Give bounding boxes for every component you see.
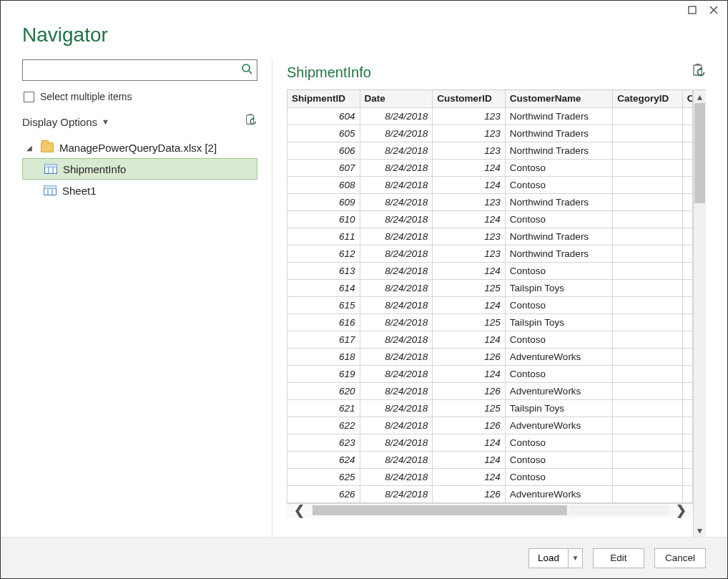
cell-shipmentid: 623 (287, 434, 360, 451)
table-row[interactable]: 6258/24/2018124Contoso (287, 468, 693, 485)
cell-date: 8/24/2018 (360, 193, 433, 210)
cancel-button[interactable]: Cancel (654, 548, 706, 568)
cell-categoryid (613, 399, 683, 417)
cell-customerid: 126 (433, 348, 506, 365)
search-input-wrap[interactable] (22, 59, 257, 81)
table-row[interactable]: 6208/24/2018126AdventureWorks (287, 382, 693, 399)
table-row[interactable]: 6148/24/2018125Tailspin Toys (287, 279, 693, 296)
table-row[interactable]: 6168/24/2018125Tailspin Toys (287, 313, 693, 331)
tree-item-sheet1[interactable]: Sheet1 (22, 180, 257, 201)
table-row[interactable]: 6068/24/2018123Northwind Traders (287, 142, 693, 159)
table-row[interactable]: 6088/24/2018124Contoso (287, 176, 693, 193)
cell-customername: Tailspin Toys (505, 313, 612, 331)
col-customername[interactable]: CustomerName (505, 90, 612, 107)
search-icon[interactable] (241, 63, 252, 77)
vscroll-thumb[interactable] (694, 103, 705, 203)
cell-categoryid (613, 125, 683, 142)
load-button[interactable]: Load (528, 548, 569, 568)
cell-shipmentid: 620 (287, 382, 360, 399)
search-input[interactable] (27, 64, 241, 77)
cell-customername: Northwind Traders (505, 228, 612, 245)
expand-icon[interactable]: ◢ (26, 144, 35, 152)
table-row[interactable]: 6198/24/2018124Contoso (287, 365, 693, 382)
table-row[interactable]: 6078/24/2018124Contoso (287, 159, 693, 176)
tree-item-label: ShipmentInfo (63, 163, 126, 175)
scroll-left-icon[interactable]: ❮ (287, 502, 311, 518)
cell-customername: Contoso (505, 296, 612, 313)
cell-categoryid (613, 159, 683, 176)
load-dropdown-button[interactable]: ▼ (569, 548, 583, 568)
tree-item-shipmentinfo[interactable]: ShipmentInfo (22, 158, 257, 180)
vscroll-track[interactable] (694, 103, 706, 524)
cell-categoryid (613, 382, 683, 399)
table-row[interactable]: 6248/24/2018124Contoso (287, 451, 693, 468)
cell-categoryid (613, 142, 683, 159)
cell-date: 8/24/2018 (360, 228, 433, 245)
cell-date: 8/24/2018 (360, 348, 433, 365)
table-row[interactable]: 6098/24/2018123Northwind Traders (287, 193, 693, 210)
table-row[interactable]: 6108/24/2018124Contoso (287, 210, 693, 228)
col-extra[interactable]: C (682, 90, 692, 107)
table-row[interactable]: 6178/24/2018124Contoso (287, 331, 693, 348)
cell-customername: AdventureWorks (505, 348, 612, 365)
data-table: ShipmentID Date CustomerID CustomerName … (287, 90, 693, 503)
cell-extra (682, 382, 692, 399)
cell-customername: Tailspin Toys (505, 279, 612, 296)
select-multiple-checkbox[interactable] (24, 92, 34, 102)
scroll-down-icon[interactable]: ▾ (697, 524, 702, 537)
cell-date: 8/24/2018 (360, 296, 433, 313)
display-options-row: Display Options ▼ (22, 114, 257, 130)
col-shipmentid[interactable]: ShipmentID (287, 90, 360, 107)
cell-date: 8/24/2018 (360, 365, 433, 382)
cell-shipmentid: 604 (287, 107, 360, 125)
cell-extra (682, 399, 692, 417)
table-row[interactable]: 6218/24/2018125Tailspin Toys (287, 399, 693, 417)
cell-extra (682, 159, 692, 176)
table-row[interactable]: 6048/24/2018123Northwind Traders (287, 107, 693, 125)
tree-item-label: Sheet1 (62, 185, 97, 197)
table-row[interactable]: 6138/24/2018124Contoso (287, 262, 693, 279)
hscroll-track-rest[interactable] (569, 505, 669, 515)
col-categoryid[interactable]: CategoryID (613, 90, 683, 107)
table-row[interactable]: 6128/24/2018123Northwind Traders (287, 245, 693, 262)
horizontal-scrollbar[interactable]: ❮ ❯ (287, 503, 693, 517)
table-row[interactable]: 6058/24/2018123Northwind Traders (287, 125, 693, 142)
table-row[interactable]: 6268/24/2018126AdventureWorks (287, 485, 693, 502)
cell-customername: Contoso (505, 468, 612, 485)
cell-customername: Contoso (505, 210, 612, 228)
cell-date: 8/24/2018 (360, 159, 433, 176)
table-row[interactable]: 6238/24/2018124Contoso (287, 434, 693, 451)
col-customerid[interactable]: CustomerID (433, 90, 506, 107)
table-row[interactable]: 6188/24/2018126AdventureWorks (287, 348, 693, 365)
cell-date: 8/24/2018 (360, 382, 433, 399)
table-row[interactable]: 6228/24/2018126AdventureWorks (287, 417, 693, 434)
table-row[interactable]: 6158/24/2018124Contoso (287, 296, 693, 313)
display-options-button[interactable]: Display Options ▼ (22, 116, 109, 128)
cell-shipmentid: 613 (287, 262, 360, 279)
refresh-icon[interactable] (245, 114, 257, 130)
scroll-right-icon[interactable]: ❯ (669, 502, 693, 518)
cell-date: 8/24/2018 (360, 125, 433, 142)
cell-extra (682, 176, 692, 193)
maximize-icon[interactable] (682, 2, 703, 18)
window-controls (1, 1, 727, 19)
select-multiple-row[interactable]: Select multiple items (24, 91, 257, 102)
cell-categoryid (613, 313, 683, 331)
refresh-preview-icon[interactable] (692, 64, 706, 81)
cell-date: 8/24/2018 (360, 245, 433, 262)
cell-categoryid (613, 485, 683, 502)
table-row[interactable]: 6118/24/2018123Northwind Traders (287, 228, 693, 245)
edit-button[interactable]: Edit (593, 548, 644, 568)
cell-customerid: 126 (433, 485, 506, 502)
tree-root[interactable]: ◢ ManagePowerQueryData.xlsx [2] (22, 137, 257, 158)
cell-extra (682, 193, 692, 210)
scroll-up-icon[interactable]: ▴ (697, 90, 702, 103)
vertical-scrollbar[interactable]: ▴ ▾ (693, 90, 706, 537)
col-date[interactable]: Date (360, 90, 433, 107)
close-icon[interactable] (703, 2, 724, 18)
cell-shipmentid: 609 (287, 193, 360, 210)
hscroll-thumb[interactable] (313, 505, 567, 515)
left-panel: Select multiple items Display Options ▼ … (22, 59, 272, 537)
cell-customername: Northwind Traders (505, 142, 612, 159)
cell-customerid: 126 (433, 417, 506, 434)
